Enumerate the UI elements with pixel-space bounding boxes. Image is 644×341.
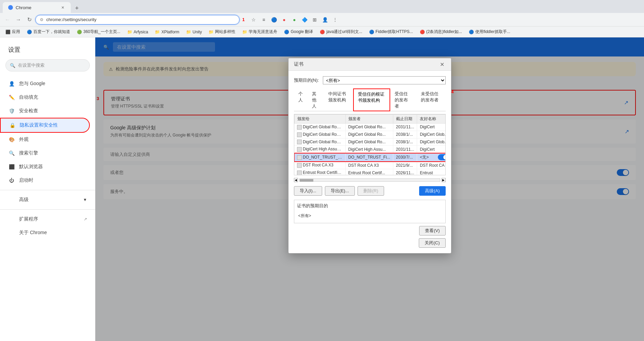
bookmark-xplatform[interactable]: 📁 XPlatform: [152, 29, 182, 35]
fiddler-toggle[interactable]: [438, 154, 446, 160]
bookmark-360[interactable]: 🟢 360导航_一个主页...: [74, 28, 123, 36]
col-expiry: 截止日期: [393, 115, 417, 124]
purpose-select[interactable]: <所有>: [323, 76, 445, 84]
sidebar-item-extensions[interactable]: 扩展程序 ↗: [0, 212, 95, 226]
tab-personal[interactable]: 个人: [294, 88, 308, 111]
menu-button[interactable]: ⋮: [330, 15, 340, 25]
cert-icon-dst: [297, 163, 302, 168]
view-button[interactable]: 查看(V): [419, 226, 445, 236]
cert-row-fiddler[interactable]: 5 DO_NOT_TRUST_FiddlerRoot DO_NOT_TRUST_…: [294, 153, 446, 162]
search-icon: 🔍: [10, 63, 15, 68]
cert-icon-4: [297, 147, 302, 152]
bookmark-websites[interactable]: 📁 网站多样性: [206, 28, 238, 36]
close-dialog-button[interactable]: 关闭(C): [419, 238, 445, 248]
extension-button-1[interactable]: 🔵: [269, 15, 279, 25]
sidebar-item-startup[interactable]: ⏻ 启动时: [0, 174, 95, 187]
bookmark-baidu[interactable]: 🔵 百度一下，你就知道: [24, 28, 73, 36]
new-tab-button[interactable]: +: [72, 3, 82, 13]
export-button[interactable]: 导出(E)...: [325, 186, 355, 196]
sidebar-item-profile[interactable]: 👤 您与 Google: [0, 77, 95, 91]
profile-button[interactable]: 👤: [320, 15, 330, 25]
address-bar[interactable]: ⚙ chrome://settings/security: [35, 15, 240, 25]
tab-untrusted-publishers[interactable]: 未受信任的发布者: [416, 88, 445, 111]
extension-button-2[interactable]: ●: [279, 15, 289, 25]
import-button[interactable]: 导入(I)...: [294, 186, 322, 196]
dialog-close-button[interactable]: ✕: [439, 61, 446, 68]
delete-button[interactable]: 删除(R): [358, 186, 384, 196]
360-icon: 🟢: [77, 30, 82, 34]
dialog-overlay: 证书 ✕ 预期目的(N): <所有>: [95, 37, 644, 341]
autofill-icon: ✏️: [8, 94, 15, 101]
h-scroll-track[interactable]: [299, 178, 440, 182]
tab-close-button[interactable]: ✕: [60, 5, 65, 10]
apps-icon: ⬛: [5, 30, 11, 34]
reading-mode-button[interactable]: ≡: [259, 15, 268, 25]
bookmark-fiddler-https[interactable]: 🔵 Fiddler抓取HTTPS...: [366, 28, 416, 36]
sidebar-item-autofill[interactable]: ✏️ 自动填充: [0, 91, 95, 104]
cert-row-3[interactable]: DigiCert Global Root G3 DigiCert Global …: [294, 138, 446, 146]
cert-row-2[interactable]: DigiCert Global Root G2 DigiCert Global …: [294, 131, 446, 138]
sidebar-label-search: 搜索引擎: [19, 150, 38, 156]
bookmark-translate[interactable]: 🔵 Google 翻译: [281, 28, 316, 36]
cert-row-entrust1[interactable]: Entrust Root Certification Autho... Entr…: [294, 169, 446, 175]
extension-button-4[interactable]: 🔷: [300, 15, 309, 25]
cert-expiry-3: 2038/1/...: [393, 138, 417, 146]
extension-button-3[interactable]: ●: [290, 15, 299, 25]
cert-row-1[interactable]: DigiCert Global Root CA DigiCert Global …: [294, 124, 446, 131]
scroll-right-btn[interactable]: ▶: [442, 178, 446, 182]
bookmark-star-button[interactable]: ☆: [249, 15, 258, 25]
sidebar-item-advanced[interactable]: 高级 ▼: [0, 193, 95, 207]
search-bar-container: 🔍 在设置中搜索: [0, 59, 95, 77]
bookmark-apps[interactable]: ⬛ 应用: [3, 28, 23, 36]
tab-others[interactable]: 其他人: [308, 88, 324, 111]
bookmark-unity[interactable]: 📁 Unity: [183, 29, 204, 35]
cert-issued-to-entrust1: Entrust Root Certification Autho...: [294, 169, 345, 175]
advanced-button[interactable]: 高级(A): [419, 186, 445, 196]
sidebar-item-about[interactable]: 关于 Chrome: [0, 226, 95, 240]
bookmark-java[interactable]: 🔴 java通过url得到文...: [317, 28, 365, 36]
reload-button[interactable]: ↻: [24, 15, 34, 25]
sidebar-item-search[interactable]: 🔍 搜索引擎: [0, 146, 95, 160]
tab-intermediate[interactable]: 中间证书颁发机构: [324, 88, 353, 111]
cert-row-4[interactable]: DigiCert High Assurance EV Ro... DigiCer…: [294, 146, 446, 153]
folder-icon-5: 📁: [242, 30, 247, 34]
sidebar-item-browser[interactable]: ⬛ 默认浏览器: [0, 160, 95, 174]
tab-trusted-publishers[interactable]: 受信任的发布者: [390, 88, 417, 111]
apps-button[interactable]: ⊞: [310, 15, 319, 25]
tab-trusted-root[interactable]: 受信任的根证书颁发机构: [353, 88, 390, 111]
annotation-4: 4: [451, 89, 453, 94]
cert-expiry-entrust1: 2026/11...: [393, 169, 417, 175]
annotation-1: 1: [242, 17, 245, 22]
bookmark-arfysica[interactable]: 📁 Arfysica: [125, 29, 151, 35]
purpose-label: 预期目的(N):: [294, 77, 319, 83]
cert-friendly-entrust1: Entrust: [417, 169, 446, 175]
sidebar-item-privacy[interactable]: 🔒 隐私设置和安全性: [0, 118, 90, 133]
cert-issued-to-2: DigiCert Global Root G2: [294, 131, 345, 138]
fiddler-icon-3: 🔵: [469, 30, 474, 34]
sidebar-item-appearance[interactable]: 🎨 外观: [0, 133, 95, 146]
java-icon: 🔴: [320, 30, 325, 34]
tab-bar: Chrome ✕ +: [0, 0, 644, 13]
sidebar-divider: [0, 190, 95, 190]
cert-issued-by-1: DigiCert Global Ro...: [345, 124, 393, 131]
bookmark-fiddler-3[interactable]: 🔵 使用fiddler抓取手...: [466, 28, 513, 36]
cert-row-dst[interactable]: DST Root CA X3 DST Root CA X3 2021/9/...…: [294, 162, 446, 169]
cert-issued-by-2: DigiCert Global Ro...: [345, 131, 393, 138]
dialog-tabs: 个人 其他人 中间证书颁发机构 受信任的根证书颁发机构 受信任的发布者 未受信任…: [294, 88, 446, 111]
active-tab[interactable]: Chrome ✕: [3, 2, 71, 13]
dialog-body: 预期目的(N): <所有> 4 个人 其他人: [288, 71, 451, 253]
sidebar-item-safety[interactable]: 🛡️ 安全检查: [0, 104, 95, 118]
bookmark-ocean[interactable]: 📁 学海无涯意送舟: [240, 28, 280, 36]
h-scroll-thumb[interactable]: [300, 179, 313, 182]
settings-search-bar[interactable]: 🔍 在设置中搜索: [5, 59, 90, 71]
col-issued-to: 颁发给: [294, 115, 345, 124]
cert-icon-fiddler: [297, 155, 302, 160]
bookmark-fiddler-2[interactable]: 🔴 (2条消息)fiddler如...: [417, 28, 465, 36]
about-icon: [8, 229, 15, 236]
cert-purpose-title: 证书的预期目的: [297, 203, 443, 209]
search-engine-icon: 🔍: [8, 150, 15, 157]
forward-button[interactable]: →: [14, 15, 23, 25]
back-button[interactable]: ←: [3, 15, 12, 25]
cert-friendly-dst: DST Root CA ...: [417, 162, 446, 169]
scroll-left-btn[interactable]: ◀: [294, 178, 298, 182]
